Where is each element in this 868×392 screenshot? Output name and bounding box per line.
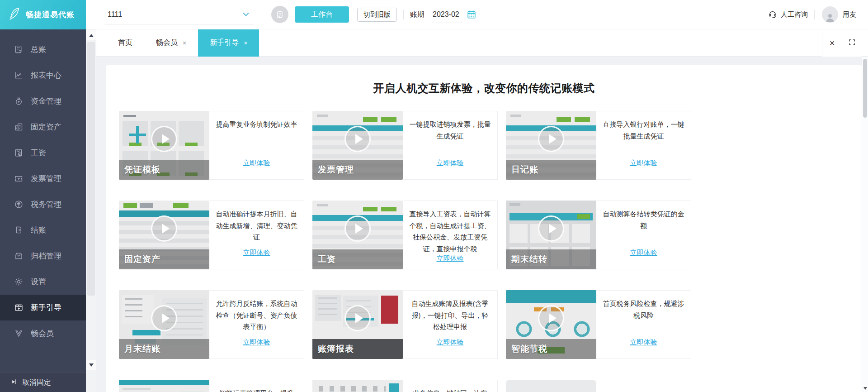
video-title: 固定资产 bbox=[124, 253, 160, 265]
sidebar-item-label: 发票管理 bbox=[31, 173, 61, 184]
support-link[interactable]: 人工咨询 bbox=[768, 9, 808, 20]
sidebar-item-closing[interactable]: 结账 bbox=[0, 217, 86, 243]
sidebar-item-label: 固定资产 bbox=[31, 122, 61, 132]
play-button-icon[interactable] bbox=[538, 305, 564, 331]
main-area: 首页 畅会员 × 新手引导 × × 开启人机交互新体验，改变你的传统记账模式 bbox=[96, 29, 868, 392]
video-title: 工资 bbox=[318, 253, 336, 265]
play-button-icon[interactable] bbox=[344, 126, 371, 152]
feature-description: 业务信息一键秒回，让客 bbox=[413, 387, 487, 392]
report-icon bbox=[14, 70, 24, 81]
try-now-link[interactable]: 立即体验 bbox=[630, 159, 657, 167]
tab-home[interactable]: 首页 bbox=[106, 29, 144, 57]
sidebar-item-label: 归档管理 bbox=[31, 251, 61, 261]
try-now-link[interactable]: 立即体验 bbox=[243, 159, 270, 167]
play-button-icon[interactable] bbox=[151, 126, 177, 152]
calendar-icon[interactable] bbox=[467, 10, 476, 19]
video-thumbnail[interactable]: 工资 bbox=[312, 201, 403, 269]
account-select[interactable]: 1111 bbox=[105, 5, 254, 24]
sidebar-item-funds[interactable]: 资金管理 bbox=[0, 88, 86, 114]
play-button-icon[interactable] bbox=[538, 215, 564, 242]
sidebar-item-guide[interactable]: 新手引导 bbox=[0, 295, 86, 320]
video-thumbnail[interactable]: 期末结转 bbox=[506, 201, 596, 269]
triangle-down-icon bbox=[863, 387, 867, 390]
tabs: 首页 畅会员 × 新手引导 × bbox=[106, 29, 259, 57]
try-now-link[interactable]: 立即体验 bbox=[243, 338, 270, 347]
sidebar-scroll-down-button[interactable] bbox=[86, 360, 96, 370]
workbench-button[interactable]: 工作台 bbox=[295, 6, 349, 23]
sidebar-item-member[interactable]: 畅会员 bbox=[0, 320, 86, 346]
feature-info: 自动生成账簿及报表(含季报)，一键打印、导出，轻松处理申报 立即体验 bbox=[403, 290, 498, 359]
play-button-icon[interactable] bbox=[151, 305, 177, 331]
switch-old-version-button[interactable]: 切到旧版 bbox=[357, 8, 397, 22]
header-bar: 1111 工作台 切到旧版 账期 2023-02 人 bbox=[86, 0, 868, 29]
feature-card-grid: 凭证模板 提高重复业务填制凭证效率 立即体验 发票管理 一键提取进销项发票，批量… bbox=[119, 111, 707, 392]
tab-close-icon[interactable]: × bbox=[183, 39, 186, 47]
play-button-icon[interactable] bbox=[344, 215, 371, 242]
feature-info: 首页税务风险检查，规避涉税风险 立即体验 bbox=[596, 290, 691, 359]
chevron-down-icon[interactable] bbox=[242, 10, 250, 19]
try-now-link[interactable]: 立即体验 bbox=[437, 254, 464, 263]
page-scrollbar[interactable] bbox=[862, 57, 868, 392]
sidebar-item-tax[interactable]: 税务管理 bbox=[0, 191, 86, 217]
try-now-link[interactable]: 立即体验 bbox=[630, 249, 657, 257]
video-thumbnail[interactable] bbox=[119, 380, 209, 392]
sidebar-scrollbar-thumb[interactable] bbox=[87, 42, 95, 296]
play-button-icon[interactable] bbox=[151, 215, 177, 242]
video-thumbnail[interactable]: 账簿报表 bbox=[312, 290, 403, 359]
video-thumbnail[interactable]: 凭证模板 bbox=[119, 111, 209, 180]
video-thumbnail[interactable]: 日记账 bbox=[506, 111, 596, 180]
play-button-icon[interactable] bbox=[538, 126, 564, 152]
play-button-icon[interactable] bbox=[344, 305, 371, 331]
feature-description: 提高重复业务填制凭证效率 bbox=[216, 119, 297, 130]
video-thumbnail[interactable] bbox=[506, 380, 596, 392]
unpin-sidebar-button[interactable]: 取消固定 bbox=[0, 373, 86, 392]
user-name[interactable]: 用友 bbox=[843, 10, 856, 19]
sidebar-scrollbar[interactable] bbox=[86, 29, 96, 392]
tab-label: 首页 bbox=[118, 38, 132, 48]
feature-description: 自动生成账簿及报表(含季报)，一键打印、导出，轻松处理申报 bbox=[409, 298, 491, 333]
try-now-link[interactable]: 立即体验 bbox=[243, 249, 270, 257]
page-title: 开启人机交互新体验，改变你的传统记账模式 bbox=[106, 81, 862, 96]
sidebar-item-settings[interactable]: 设置 bbox=[0, 269, 86, 295]
feature-card-loading bbox=[506, 380, 691, 392]
tab-member[interactable]: 畅会员 × bbox=[144, 29, 198, 57]
account-select-value: 1111 bbox=[108, 10, 122, 19]
sidebar-item-invoice[interactable]: 发票管理 bbox=[0, 166, 86, 191]
video-thumbnail[interactable]: 月末结账 bbox=[119, 290, 209, 359]
feature-description: 自动准确计提本月折旧、自动生成新增、清理、变动凭证 bbox=[216, 208, 297, 243]
try-now-link[interactable]: 立即体验 bbox=[437, 159, 464, 167]
fullscreen-button[interactable] bbox=[842, 29, 862, 57]
sidebar-item-general-ledger[interactable]: 总账 bbox=[0, 37, 86, 62]
header-right: 人工咨询 用友 bbox=[768, 6, 868, 23]
sidebar-scroll-up-button[interactable] bbox=[86, 30, 96, 40]
video-thumbnail[interactable] bbox=[312, 380, 403, 392]
period-value[interactable]: 2023-02 bbox=[432, 10, 463, 23]
archive-icon bbox=[14, 251, 24, 261]
sidebar-item-fixed-assets[interactable]: 固定资产 bbox=[0, 114, 86, 140]
sidebar-item-archive[interactable]: 归档管理 bbox=[0, 243, 86, 269]
tab-close-icon[interactable]: × bbox=[244, 39, 247, 47]
try-now-link[interactable]: 立即体验 bbox=[630, 338, 657, 347]
video-title: 发票管理 bbox=[318, 164, 354, 176]
feature-info: 自动准确计提本月折旧、自动生成新增、清理、变动凭证 立即体验 bbox=[209, 201, 304, 269]
journal-badge-icon[interactable] bbox=[271, 6, 288, 23]
triangle-up-icon bbox=[89, 34, 94, 37]
page-scrollbar-thumb[interactable] bbox=[863, 59, 867, 118]
sidebar-item-payroll[interactable]: 工资 bbox=[0, 140, 86, 166]
avatar[interactable] bbox=[822, 6, 838, 23]
try-now-link[interactable]: 立即体验 bbox=[437, 338, 464, 347]
thumbnail-dim-overlay bbox=[119, 380, 209, 392]
guide-icon bbox=[14, 302, 24, 313]
feature-info: 提高重复业务填制凭证效率 立即体验 bbox=[209, 111, 304, 180]
assets-icon bbox=[14, 122, 24, 132]
close-icon: × bbox=[830, 38, 835, 48]
tab-guide[interactable]: 新手引导 × bbox=[198, 29, 259, 57]
sidebar-item-report-center[interactable]: 报表中心 bbox=[0, 62, 86, 88]
header-divider bbox=[814, 10, 815, 19]
feature-card-journal: 日记账 直接导入银行对账单，一键批量生成凭证 立即体验 bbox=[506, 111, 691, 180]
video-thumbnail[interactable]: 发票管理 bbox=[312, 111, 403, 180]
close-tab-button[interactable]: × bbox=[822, 29, 842, 57]
video-thumbnail[interactable]: 智能节税 bbox=[506, 290, 596, 359]
video-thumbnail[interactable]: 固定资产 bbox=[119, 201, 209, 269]
page-scroll-down-button[interactable] bbox=[862, 385, 868, 392]
